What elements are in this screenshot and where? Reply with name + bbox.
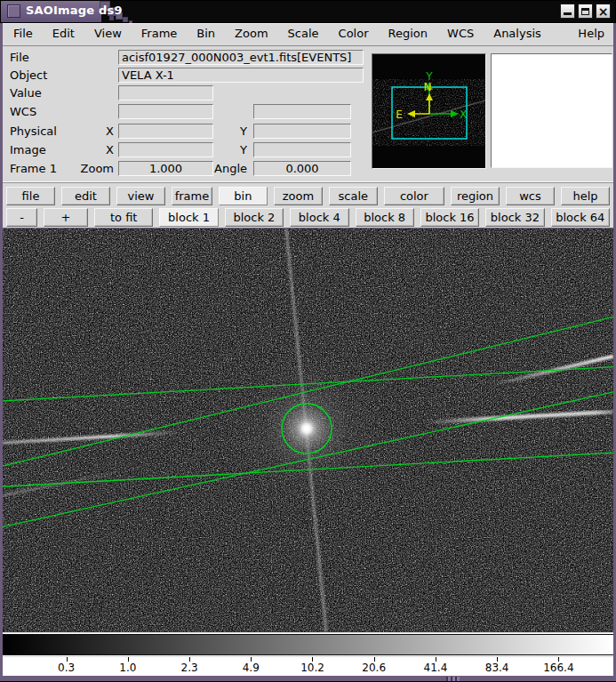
colorbar-tick-label: 1.0	[119, 662, 136, 674]
colorbar-tick: 83.4	[467, 657, 528, 676]
file-label: File	[10, 51, 29, 64]
image-x-label: X	[74, 143, 114, 156]
category-button[interactable]: help	[561, 187, 610, 205]
colorbar-tick: 2.3	[158, 657, 220, 676]
minimize-button[interactable]	[560, 4, 575, 19]
compass-north-label: N	[424, 81, 432, 93]
minimize-icon	[564, 12, 572, 15]
colorbar-tick-label: 20.6	[362, 662, 386, 674]
menu-item[interactable]: File	[13, 27, 33, 40]
category-button[interactable]: file	[6, 187, 55, 205]
category-button[interactable]: region	[451, 187, 500, 205]
category-button[interactable]: view	[116, 187, 165, 205]
angle-field[interactable]: 0.000	[253, 161, 351, 176]
colorbar-tick-label: 166.4	[543, 662, 573, 674]
ds9-window: SAOImage ds9 × FileEditViewFrameBinZoomS…	[0, 0, 616, 682]
colorbar[interactable]	[3, 632, 613, 657]
bin-action-button[interactable]: block 8	[356, 208, 414, 227]
menu-item[interactable]: Zoom	[235, 27, 268, 40]
object-field[interactable]: VELA X-1	[118, 68, 364, 83]
bin-action-button[interactable]: +	[44, 208, 88, 227]
image-y-label: Y	[207, 143, 247, 156]
window-content: FileEditViewFrameBinZoomScaleColorRegion…	[0, 23, 616, 681]
category-button[interactable]: frame	[172, 187, 212, 205]
colorbar-tick-label: 41.4	[424, 662, 448, 674]
menu-item[interactable]: Edit	[52, 27, 75, 40]
compass-east-label: E	[396, 108, 403, 121]
titlebar[interactable]: SAOImage ds9 ×	[1, 1, 615, 22]
bin-action-button[interactable]: block 2	[225, 208, 284, 227]
bin-action-button[interactable]: to fit	[94, 208, 153, 227]
menu-item[interactable]: Frame	[141, 27, 178, 40]
colorbar-gradient[interactable]	[3, 634, 613, 655]
bin-action-button[interactable]: -	[6, 208, 37, 227]
close-button[interactable]: ×	[596, 4, 611, 19]
menu-item[interactable]: Scale	[288, 27, 319, 40]
category-button-row: fileeditviewframebinzoomscalecolorregion…	[3, 185, 613, 207]
physical-y-label: Y	[207, 124, 247, 138]
bin-action-button[interactable]: block 1	[159, 208, 218, 227]
colorbar-tick: 1.0	[97, 657, 158, 676]
close-icon: ×	[598, 5, 609, 18]
colorbar-tick: 41.4	[404, 657, 466, 676]
bin-action-button[interactable]: block 64	[551, 208, 610, 227]
colorbar-tick: 166.4	[528, 657, 589, 676]
physical-label: Physical	[10, 124, 57, 138]
colorbar-tick-label: 0.3	[58, 662, 75, 674]
physical-x-label: X	[74, 124, 114, 138]
value-label: Value	[10, 86, 42, 100]
wcs-field-1[interactable]	[118, 104, 213, 119]
menu-item[interactable]: Bin	[196, 27, 215, 40]
maximize-icon	[581, 8, 589, 15]
menu-item[interactable]: Region	[388, 27, 428, 40]
colorbar-tick-label: 83.4	[485, 662, 509, 674]
bin-action-button[interactable]: block 16	[420, 208, 479, 227]
window-menu-icon[interactable]	[7, 4, 20, 18]
wcs-field-2[interactable]	[253, 104, 351, 119]
image-x-field[interactable]	[118, 142, 213, 157]
image-label: Image	[10, 143, 46, 156]
source-core	[304, 426, 309, 431]
category-button[interactable]: bin	[219, 187, 268, 205]
menu-item[interactable]: Color	[339, 27, 369, 40]
image-y-field[interactable]	[253, 142, 351, 157]
image-display[interactable]	[3, 229, 613, 632]
window-title: SAOImage ds9	[26, 4, 123, 17]
physical-x-field[interactable]	[118, 124, 213, 139]
zoom-field[interactable]: 1.000	[118, 161, 213, 176]
menu-item[interactable]: Analysis	[493, 27, 541, 40]
colorbar-tick-label: 10.2	[300, 662, 324, 674]
category-button[interactable]: edit	[61, 187, 110, 205]
frame-label: Frame 1	[10, 162, 57, 175]
resize-grip[interactable]	[446, 677, 460, 681]
category-button[interactable]: color	[384, 187, 444, 205]
angle-label: Angle	[207, 162, 247, 175]
colorbar-scale: 0.3 1.0 2.3 4.9 10.2 20.6 41.4 83.4	[3, 657, 613, 676]
file-field[interactable]: acisf01927_000N003_evt1.fits[EVENTS]	[118, 50, 364, 65]
maximize-button[interactable]	[578, 4, 593, 19]
menu-item-help[interactable]: Help	[578, 27, 604, 40]
colorbar-tick-label: 4.9	[243, 662, 260, 674]
value-field[interactable]	[118, 85, 213, 100]
zoom-label: Zoom	[74, 162, 114, 175]
colorbar-tick-label: 2.3	[181, 662, 198, 674]
menubar: FileEditViewFrameBinZoomScaleColorRegion…	[3, 23, 613, 46]
bin-action-button[interactable]: block 32	[485, 208, 544, 227]
category-button[interactable]: wcs	[506, 187, 555, 205]
category-button[interactable]: zoom	[274, 187, 323, 205]
object-label: Object	[10, 68, 47, 82]
colorbar-tick: 10.2	[282, 657, 343, 676]
category-button[interactable]: scale	[329, 187, 378, 205]
bin-action-button[interactable]: block 4	[290, 208, 348, 227]
physical-y-field[interactable]	[253, 124, 351, 139]
bin-button-row: -+to fitblock 1block 2block 4block 8bloc…	[3, 207, 613, 229]
menu-item[interactable]: View	[94, 27, 122, 40]
compass-x-label: X	[460, 108, 467, 121]
panner[interactable]: Y N E X	[372, 53, 486, 169]
menu-item[interactable]: WCS	[447, 27, 474, 40]
colorbar-tick: 20.6	[343, 657, 404, 676]
wcs-label: WCS	[10, 105, 36, 118]
magnifier[interactable]	[491, 53, 612, 168]
info-panel: File acisf01927_000N003_evt1.fits[EVENTS…	[3, 46, 613, 183]
colorbar-tick: 4.9	[220, 657, 282, 676]
